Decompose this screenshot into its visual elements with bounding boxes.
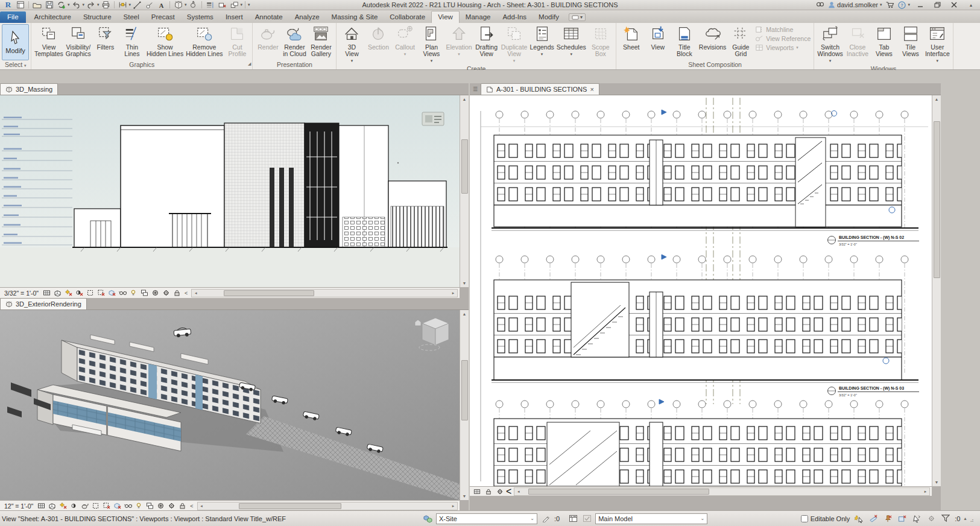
- search-icon[interactable]: [816, 1, 824, 8]
- tab-add-ins[interactable]: Add-Ins: [496, 11, 533, 23]
- sync-dropdown[interactable]: ▾: [68, 2, 70, 7]
- switch-windows-dropdown[interactable]: ▾: [241, 2, 243, 7]
- thin-lines-icon[interactable]: [204, 1, 216, 10]
- rendering-vertical-scrollbar[interactable]: ▲▼: [460, 310, 469, 500]
- statusbar-collapse-icon[interactable]: ▴: [964, 516, 966, 521]
- selection-settings-gear-icon[interactable]: [926, 514, 937, 524]
- tag-by-category-icon[interactable]: [144, 1, 155, 10]
- resize-grip[interactable]: ⣠: [970, 516, 975, 522]
- detail-line-icon[interactable]: [131, 1, 143, 10]
- aligned-dimension-icon[interactable]: [117, 1, 128, 10]
- tab-structure[interactable]: Structure: [77, 11, 118, 23]
- exclude-detail-items-icon[interactable]: [897, 514, 908, 524]
- ribbon-collapse-icon[interactable]: ▴: [964, 1, 978, 10]
- sheet-horizontal-scrollbar[interactable]: ◂▸: [514, 487, 930, 496]
- settings-icon[interactable]: [495, 487, 505, 496]
- editable-only-checkbox[interactable]: Editable Only: [801, 515, 850, 522]
- undo-icon[interactable]: [71, 1, 82, 10]
- 3d-view-dropdown[interactable]: ▾: [185, 2, 187, 7]
- editable-only-input[interactable]: [801, 515, 808, 522]
- visual-style-icon[interactable]: [52, 288, 63, 297]
- tab-annotate[interactable]: Annotate: [249, 11, 289, 23]
- ribbon-button-render[interactable]: Render: [254, 24, 281, 51]
- help-icon[interactable]: ?▾: [898, 1, 910, 9]
- active-design-option-icon[interactable]: [581, 514, 592, 524]
- view-control-collapse[interactable]: <: [188, 503, 195, 509]
- ribbon-button-drafting-view[interactable]: Drafting View: [473, 24, 500, 58]
- tab-steel[interactable]: Steel: [118, 11, 145, 23]
- ribbon-button-place-view[interactable]: View: [645, 24, 671, 51]
- reveal-hidden-elements-icon[interactable]: [128, 288, 139, 297]
- ribbon-button-render-in-cloud[interactable]: Render in Cloud: [281, 24, 308, 58]
- tab-view[interactable]: View: [431, 11, 460, 23]
- locked-3d-view-icon[interactable]: [112, 501, 122, 510]
- close-view-icon[interactable]: ×: [590, 86, 593, 93]
- tab-architecture[interactable]: Architecture: [28, 11, 77, 23]
- design-option-select[interactable]: Main Model⌄: [595, 513, 707, 524]
- ribbon-button-user-interface[interactable]: User Interface: [924, 24, 951, 65]
- ribbon-display-toggle[interactable]: ▾: [569, 13, 586, 21]
- properties-icon[interactable]: [14, 1, 26, 10]
- text-icon[interactable]: A: [156, 1, 167, 10]
- open-icon[interactable]: [31, 1, 43, 10]
- switch-windows-icon[interactable]: [229, 1, 240, 10]
- temporary-view-properties-icon[interactable]: [150, 288, 160, 297]
- ribbon-button-show-hidden-lines[interactable]: Show Hidden Lines: [145, 24, 185, 58]
- synchronize-icon[interactable]: [55, 1, 67, 10]
- editable-elements-icon[interactable]: [540, 514, 551, 524]
- worksharing-display-icon[interactable]: [145, 501, 155, 510]
- graphics-dialog-launcher[interactable]: ◢: [248, 60, 251, 68]
- app-store-cart-icon[interactable]: [885, 1, 894, 8]
- exclude-links-icon[interactable]: [868, 514, 879, 524]
- press-drag-icon[interactable]: [911, 514, 922, 524]
- minimize-button[interactable]: [914, 1, 927, 10]
- worksets-icon[interactable]: [422, 514, 433, 524]
- panel-caption-select[interactable]: Select ▾: [0, 60, 31, 69]
- dimension-dropdown[interactable]: ▾: [129, 2, 131, 7]
- ribbon-button-sheet[interactable]: Sheet: [618, 24, 645, 51]
- ribbon-button-view-templates[interactable]: View Templates: [33, 24, 65, 58]
- view-tab-3d-massing[interactable]: 3D_Massing: [0, 83, 58, 95]
- view-tab-3d-exterior-rendering[interactable]: 3D_ExteriorRendering: [0, 298, 87, 309]
- ribbon-button-duplicate-view[interactable]: Duplicate View: [500, 24, 529, 65]
- signin-user[interactable]: david.smolker ▾: [828, 1, 882, 8]
- ribbon-button-3d-view[interactable]: 3D View: [338, 24, 365, 65]
- crop-view-icon[interactable]: [85, 288, 95, 297]
- crop-region-off-icon[interactable]: [101, 501, 112, 510]
- shadows-off-icon[interactable]: [74, 288, 84, 297]
- rendering-horizontal-scrollbar[interactable]: ◂▸: [197, 502, 458, 510]
- sheet-canvas[interactable]: BUILDING SECTION - (W) N-S 02 3/32" = 1'…: [470, 95, 932, 486]
- default-3d-view-icon[interactable]: [172, 1, 184, 10]
- reveal-constraints-icon[interactable]: [177, 501, 188, 510]
- render-dialog-icon[interactable]: [80, 501, 90, 510]
- filter-icon[interactable]: [940, 514, 951, 524]
- shadows-icon[interactable]: [69, 501, 79, 510]
- tab-file[interactable]: File: [0, 11, 26, 23]
- crop-view-icon[interactable]: [90, 501, 101, 510]
- rendering-canvas[interactable]: [0, 310, 460, 500]
- ribbon-button-filters[interactable]: Filters: [92, 24, 119, 51]
- customize-qat-icon[interactable]: ▾: [248, 2, 250, 7]
- massing-scale[interactable]: 3/32" = 1'-0": [2, 290, 41, 297]
- ribbon-button-elevation[interactable]: Elevation: [444, 24, 473, 58]
- view-list-menu-icon[interactable]: ☰: [470, 83, 481, 95]
- ribbon-button-render-gallery[interactable]: Render Gallery: [308, 24, 334, 58]
- section-icon[interactable]: [188, 1, 199, 10]
- ribbon-button-revisions[interactable]: Revisions: [698, 24, 728, 51]
- detail-level-icon[interactable]: [36, 501, 46, 510]
- tab-collaborate[interactable]: Collaborate: [384, 11, 431, 23]
- close-button[interactable]: [947, 1, 961, 10]
- tab-modify[interactable]: Modify: [533, 11, 565, 23]
- redo-icon[interactable]: [85, 1, 96, 10]
- displace-elements-icon[interactable]: [166, 501, 177, 510]
- massing-horizontal-scrollbar[interactable]: ◂▸: [191, 289, 458, 297]
- visual-style-icon[interactable]: [47, 501, 57, 510]
- ribbon-button-legends[interactable]: Legends: [528, 24, 555, 58]
- ribbon-button-guide-grid[interactable]: Guide Grid: [727, 24, 754, 58]
- redo-dropdown[interactable]: ▾: [97, 2, 100, 7]
- ribbon-button-plan-views[interactable]: Plan Views: [418, 24, 444, 65]
- ribbon-button-close-inactive[interactable]: Close Inactive: [844, 24, 871, 58]
- ribbon-button-tile-views[interactable]: Tile Views: [897, 24, 924, 58]
- view-control-collapse[interactable]: <: [183, 290, 189, 296]
- undo-dropdown[interactable]: ▾: [83, 2, 85, 7]
